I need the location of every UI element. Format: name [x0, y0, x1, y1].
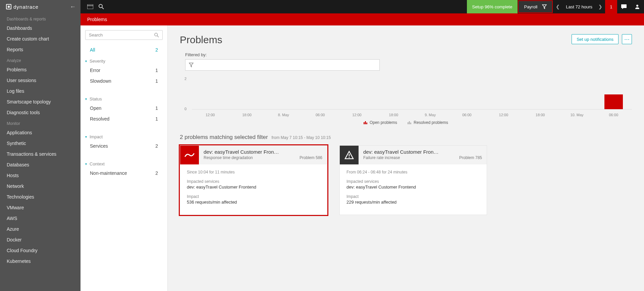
svg-rect-11 — [408, 122, 409, 124]
filter-input[interactable] — [185, 59, 380, 71]
chart-x-tick: 8. May — [265, 113, 302, 117]
impact-label: Impact — [346, 194, 480, 199]
chart-x-tick: 18:00 — [375, 113, 412, 117]
filter-row[interactable]: Non-maintenance2 — [80, 168, 167, 178]
impacted-value: dev: easyTravel Customer Frontend — [187, 185, 320, 190]
sidebar-item[interactable]: Reports — [0, 44, 80, 55]
impacted-label: Impacted services — [346, 179, 480, 184]
card-title: dev: easyTravel Customer Fron… — [363, 149, 482, 155]
chart-x-tick: 10. May — [558, 113, 595, 117]
sidebar-item[interactable]: Docker — [0, 234, 80, 245]
chevron-down-icon: ▾ — [85, 162, 87, 166]
filter-search-input[interactable]: Search — [85, 30, 163, 40]
sidebar-item[interactable]: Cloud Foundry — [0, 245, 80, 256]
card-subtitle: Response time degradation — [204, 155, 253, 160]
filter-group-header[interactable]: ▾Status — [80, 93, 167, 103]
timeframe-label[interactable]: Last 72 hours — [562, 4, 596, 9]
chat-icon[interactable] — [617, 0, 631, 13]
problem-card[interactable]: dev: easyTravel Customer Fron…Response t… — [180, 145, 327, 215]
chart-x-tick: 06:00 — [302, 113, 338, 117]
chart-x-tick: 12:00 — [338, 113, 375, 117]
filter-row[interactable]: Slowdown1 — [80, 76, 167, 86]
problems-area: Problems Set up notifications ⋯ Filtered… — [168, 25, 644, 291]
sidebar: dynatrace ← Dashboards & reportsDashboar… — [0, 0, 80, 291]
user-icon[interactable] — [631, 0, 644, 13]
sidebar-item[interactable]: Synthetic — [0, 138, 80, 149]
sidebar-item[interactable]: AWS — [0, 213, 80, 224]
chart-x-tick: 9. May — [412, 113, 448, 117]
card-time: Since 10:04 for 11 minutes — [187, 170, 320, 174]
chart-bar[interactable] — [604, 94, 623, 110]
breadcrumb: Problems — [80, 13, 644, 25]
filter-row[interactable]: Error1 — [80, 65, 167, 76]
search-icon — [154, 33, 159, 38]
svg-rect-8 — [364, 122, 365, 124]
sidebar-item[interactable]: User sessions — [0, 75, 80, 86]
topbar: Setup 96% complete Payroll ❮ Last 72 hou… — [80, 0, 644, 13]
card-subtitle: Failure rate increase — [363, 155, 400, 160]
setup-progress[interactable]: Setup 96% complete — [467, 0, 518, 13]
chevron-down-icon: ▾ — [85, 59, 87, 63]
sidebar-item[interactable]: Dashboards — [0, 23, 80, 33]
dashboard-icon[interactable] — [87, 4, 93, 9]
problems-chart[interactable]: 2 0 12:0018:008. May06:0012:0018:009. Ma… — [185, 77, 632, 117]
page-title: Problems — [180, 34, 222, 46]
alert-count-badge[interactable]: 1 — [605, 0, 617, 13]
sidebar-item[interactable]: Hosts — [0, 170, 80, 181]
setup-notifications-button[interactable]: Set up notifications — [572, 34, 619, 44]
filter-group-header[interactable]: ▾Severity — [80, 55, 167, 65]
management-zone-filter[interactable]: Payroll — [518, 0, 553, 13]
filter-group-header[interactable]: ▾Context — [80, 158, 167, 168]
svg-rect-9 — [365, 121, 366, 124]
sidebar-item[interactable]: Transactions & services — [0, 149, 80, 159]
svg-rect-10 — [366, 123, 367, 124]
legend-resolved[interactable]: Resolved problems — [408, 120, 448, 125]
legend-open[interactable]: Open problems — [364, 120, 397, 125]
svg-point-5 — [636, 5, 638, 7]
svg-point-15 — [349, 157, 350, 158]
sidebar-item[interactable]: Diagnostic tools — [0, 107, 80, 118]
sidebar-collapse-icon[interactable]: ← — [70, 3, 76, 10]
sidebar-section-header: Monitor — [0, 118, 80, 127]
brand-logo[interactable]: dynatrace — [6, 4, 39, 10]
impact-value: 536 requests/min affected — [187, 200, 320, 205]
filter-group-header[interactable]: ▾Impact — [80, 131, 167, 141]
filter-panel: Search All 2 ▾SeverityError1Slowdown1▾St… — [80, 25, 168, 291]
sidebar-item[interactable]: Azure — [0, 224, 80, 234]
filter-row[interactable]: Open1 — [80, 103, 167, 114]
problem-card[interactable]: dev: easyTravel Customer Fron…Failure ra… — [339, 145, 487, 215]
sidebar-item[interactable]: VMware — [0, 202, 80, 213]
sidebar-item[interactable]: Technologies — [0, 192, 80, 202]
search-icon[interactable] — [99, 4, 104, 9]
brand-icon — [6, 4, 11, 9]
timeframe-prev-icon[interactable]: ❮ — [553, 4, 562, 9]
chart-x-tick: 18:00 — [522, 113, 558, 117]
impact-value: 229 requests/min affected — [346, 200, 480, 205]
filter-row[interactable]: Services2 — [80, 141, 167, 151]
svg-point-2 — [99, 4, 102, 8]
svg-line-3 — [102, 7, 104, 9]
sidebar-item[interactable]: Create custom chart — [0, 33, 80, 44]
sidebar-section-header: Dashboards & reports — [0, 13, 80, 23]
filter-row[interactable]: Resolved1 — [80, 114, 167, 124]
filter-label: Payroll — [524, 4, 537, 9]
chart-x-tick: 12:00 — [485, 113, 522, 117]
sidebar-item[interactable]: Smartscape topology — [0, 96, 80, 107]
search-placeholder: Search — [89, 32, 103, 38]
chart-x-tick: 06:00 — [595, 113, 632, 117]
sidebar-item[interactable]: Problems — [0, 64, 80, 75]
filter-all[interactable]: All 2 — [80, 45, 167, 55]
chart-legend: Open problems Resolved problems — [180, 120, 632, 125]
sidebar-item[interactable]: Databases — [0, 159, 80, 170]
sidebar-item[interactable]: Network — [0, 181, 80, 192]
sidebar-item[interactable]: Kubernetes — [0, 256, 80, 267]
timeframe-next-icon[interactable]: ❯ — [596, 4, 605, 9]
sidebar-section-header: Analyze — [0, 55, 80, 64]
sidebar-item[interactable]: Applications — [0, 127, 80, 138]
sidebar-item[interactable]: Log files — [0, 86, 80, 96]
chevron-down-icon: ▾ — [85, 135, 87, 139]
filter-icon — [189, 63, 194, 67]
filtered-by-label: Filtered by: — [185, 52, 632, 57]
bar-icon — [364, 121, 368, 124]
more-actions-button[interactable]: ⋯ — [622, 34, 632, 44]
